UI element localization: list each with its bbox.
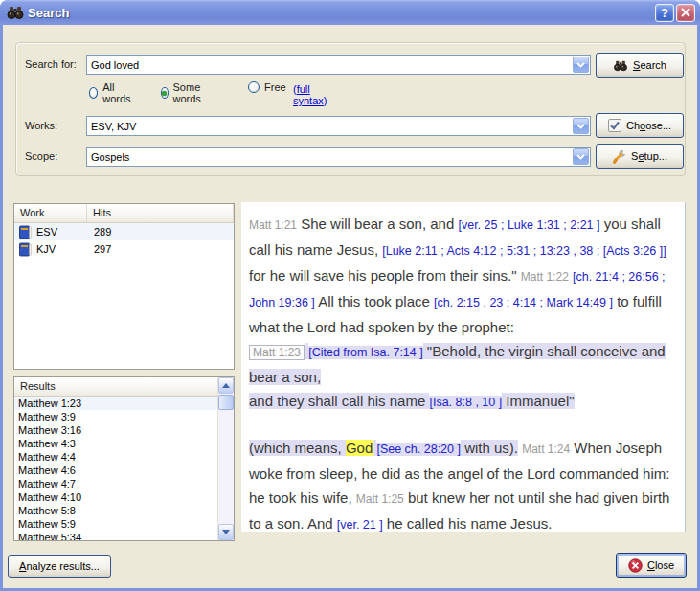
scroll-down-button[interactable]	[218, 524, 234, 540]
cross-reference[interactable]: [ver. 21 ]	[337, 518, 383, 532]
result-item[interactable]: Matthew 4:4	[14, 450, 217, 464]
work-hits: 289	[87, 226, 111, 238]
verse-text-panel: Matt 1:21 She will bear a son, and [ver.…	[241, 202, 686, 532]
binoculars-icon	[613, 59, 628, 72]
verse-marker: Matt 1:25	[356, 492, 404, 506]
verse-marker: Matt 1:24	[522, 443, 570, 456]
cross-reference[interactable]: [Luke 2:11 ; Acts 4:12 ; 5:31 ; 13:23 , …	[382, 244, 666, 258]
choose-button-label: Choose...	[626, 120, 671, 131]
result-item[interactable]: Matthew 1:23	[14, 397, 217, 410]
table-row[interactable]: ESV289	[14, 223, 234, 240]
works-label: Works:	[25, 120, 57, 131]
search-button-label: Search	[633, 59, 666, 71]
close-circle-icon	[628, 558, 643, 573]
result-item[interactable]: Matthew 5:34	[14, 531, 217, 540]
radio-all-words[interactable]: All words	[89, 81, 133, 104]
verse-text: She will bear a son, and	[297, 216, 458, 232]
verse-text: he called his name Jesus.	[383, 515, 553, 532]
works-hits-table-body: ESV289KJV297	[14, 223, 234, 258]
close-window-button[interactable]	[676, 4, 695, 22]
choose-button[interactable]: Choose...	[596, 113, 684, 138]
cross-reference[interactable]: [Cited from Isa. 7:14 ]	[308, 346, 423, 359]
result-item[interactable]: Matthew 4:3	[14, 437, 217, 450]
works-dropdown-button[interactable]	[573, 118, 589, 134]
work-hits: 297	[87, 243, 111, 255]
cross-reference[interactable]: [ver. 25 ; Luke 1:31 ; 2:21 ]	[458, 218, 599, 232]
help-button[interactable]: ?	[655, 4, 674, 22]
scope-dropdown-button[interactable]	[573, 148, 589, 165]
verse-paragraph: Matt 1:23 [Cited from Isa. 7:14 ] "Behol…	[249, 339, 677, 415]
question-icon: ?	[661, 6, 668, 20]
results-header-label[interactable]: Results	[14, 377, 217, 396]
close-icon	[681, 8, 690, 17]
titlebar: Search ?	[0, 0, 700, 25]
results-header: Results	[14, 377, 217, 397]
results-list: Results Matthew 1:23Matthew 3:9Matthew 3…	[13, 376, 235, 541]
scope-combobox[interactable]: Gospels	[86, 147, 591, 167]
column-header-work[interactable]: Work	[14, 204, 87, 222]
result-item[interactable]: Matthew 4:7	[14, 477, 217, 490]
arrow-up-icon	[222, 383, 230, 388]
close-button-label: Close	[647, 559, 674, 571]
verse-marker-boxed: Matt 1:23	[249, 345, 305, 360]
cross-reference[interactable]: [ch. 2:15 , 23 ; 4:14 ; Mark 14:49 ]	[434, 296, 613, 309]
search-button[interactable]: Search	[596, 53, 684, 78]
verse-marker: Matt 1:22	[521, 270, 569, 284]
chevron-down-icon	[576, 124, 585, 129]
dialog-client-area: Search for: God loved Search	[3, 25, 697, 588]
search-hit-term: God	[346, 440, 373, 456]
verse-paragraph: Matt 1:21 She will bear a son, and [ver.…	[249, 212, 677, 339]
works-hits-table: Work Hits ESV289KJV297	[13, 203, 235, 370]
search-dialog-window: Search ? Search for: God loved	[0, 0, 700, 591]
radio-circle	[248, 81, 260, 93]
scope-label: Scope:	[25, 150, 57, 162]
column-header-hits[interactable]: Hits	[87, 204, 234, 222]
radio-circle	[89, 87, 98, 99]
result-item[interactable]: Matthew 3:16	[14, 423, 217, 437]
book-icon	[18, 242, 33, 257]
radio-circle	[161, 87, 169, 99]
verse-text: All this took place	[315, 293, 434, 309]
cross-reference[interactable]: [Isa. 8:8 , 10 ]	[429, 396, 502, 409]
chevron-down-icon	[576, 62, 585, 68]
scroll-up-button[interactable]	[218, 377, 234, 394]
table-row[interactable]: KJV297	[14, 240, 234, 258]
results-list-body: Matthew 1:23Matthew 3:9Matthew 3:16Matth…	[14, 397, 217, 540]
work-name: ESV	[36, 226, 57, 238]
search-input-value: God loved	[87, 56, 572, 74]
verse-paragraph: (which means, God [See ch. 28:20 ] with …	[249, 436, 677, 532]
chevron-down-icon	[576, 154, 585, 160]
result-item[interactable]: Matthew 4:10	[14, 490, 217, 504]
close-button[interactable]: Close	[616, 553, 687, 578]
result-item[interactable]: Matthew 3:9	[14, 410, 217, 423]
full-syntax-link[interactable]: (full syntax)	[293, 83, 327, 106]
works-combobox[interactable]: ESV, KJV	[86, 116, 591, 136]
radio-free[interactable]: Free	[248, 81, 286, 93]
verse-text: for he will save his people from their s…	[249, 267, 521, 284]
analyze-results-label: Analyze results...	[19, 560, 100, 572]
window-title: Search	[28, 6, 653, 20]
work-name: KJV	[36, 243, 56, 255]
search-dropdown-button[interactable]	[573, 57, 589, 73]
setup-button-label: Setup...	[631, 150, 667, 162]
setup-button[interactable]: Setup...	[596, 144, 684, 169]
book-icon	[18, 225, 33, 239]
result-item[interactable]: Matthew 5:9	[14, 517, 217, 531]
scrollbar-thumb[interactable]	[218, 395, 234, 410]
search-input[interactable]: God loved	[86, 55, 591, 75]
cross-reference[interactable]: [See ch. 28:20 ]	[376, 443, 461, 456]
radio-some-words-label: Some words	[173, 81, 206, 104]
arrow-down-icon	[222, 530, 230, 534]
result-item[interactable]: Matthew 5:8	[14, 504, 217, 517]
analyze-results-button[interactable]: Analyze results...	[8, 555, 111, 578]
radio-free-label: Free	[264, 81, 286, 93]
verse-text-highlighted: (which means,	[249, 440, 346, 456]
radio-all-words-label: All words	[102, 81, 133, 104]
scope-combobox-value: Gospels	[87, 148, 572, 166]
scrollbar-track[interactable]	[218, 411, 234, 524]
verse-text-highlighted: and they shall call his name	[249, 393, 429, 409]
wrench-icon	[612, 149, 626, 164]
radio-some-words[interactable]: Some words	[161, 81, 205, 104]
result-item[interactable]: Matthew 4:6	[14, 464, 217, 477]
results-scrollbar[interactable]	[217, 377, 234, 540]
